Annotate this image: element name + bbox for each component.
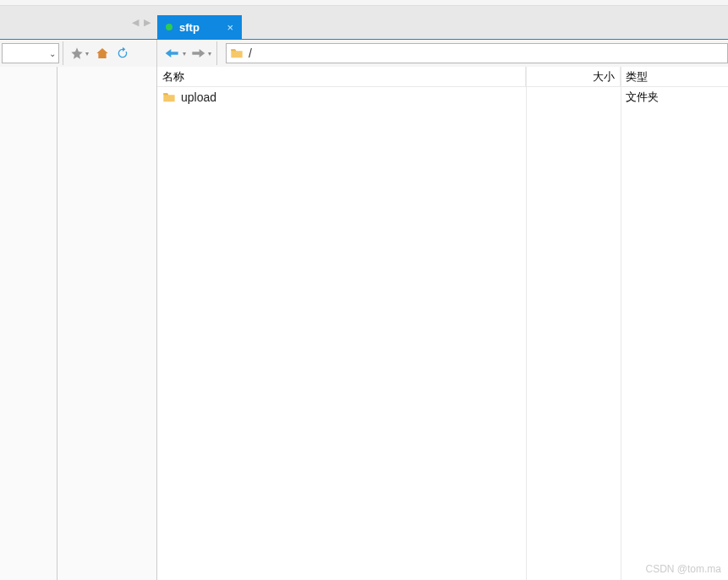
forward-button[interactable]: ▾ xyxy=(188,47,213,60)
content-area: 名称 大小 类型 upload 文件夹 CSDN @tom.ma xyxy=(0,67,728,580)
mid-gutter xyxy=(57,67,157,580)
folder-icon xyxy=(162,91,176,103)
chevron-down-icon: ⌄ xyxy=(49,49,56,58)
column-headers: 名称 大小 类型 xyxy=(157,67,728,87)
refresh-button[interactable] xyxy=(112,47,133,60)
connection-status-icon xyxy=(166,24,172,30)
tab-label: sftp xyxy=(179,21,220,34)
cell-name: upload xyxy=(157,90,526,104)
remote-file-panel: 名称 大小 类型 upload 文件夹 CSDN @tom.ma xyxy=(157,67,728,580)
column-divider[interactable] xyxy=(526,67,527,580)
tab-sftp[interactable]: sftp × xyxy=(157,15,242,39)
toolbar: ⌄ ▾ ▾ ▾ xyxy=(0,39,728,67)
local-toolbar: ⌄ ▾ xyxy=(0,40,157,67)
folder-icon xyxy=(230,47,244,59)
column-header-size[interactable]: 大小 xyxy=(526,67,621,86)
local-panel xyxy=(0,67,57,580)
chevron-down-icon: ▾ xyxy=(85,50,89,57)
file-row[interactable]: upload 文件夹 xyxy=(157,87,728,107)
tab-nav-arrows: ◀ ▶ xyxy=(0,6,157,39)
home-button[interactable] xyxy=(92,47,112,60)
column-header-name[interactable]: 名称 xyxy=(157,67,526,86)
separator xyxy=(63,41,63,65)
column-header-type[interactable]: 类型 xyxy=(621,67,728,86)
path-bar[interactable]: / xyxy=(226,43,728,63)
tab-strip: ◀ ▶ sftp × xyxy=(0,6,728,39)
home-icon xyxy=(96,47,109,60)
drive-dropdown[interactable]: ⌄ xyxy=(2,43,59,63)
column-divider[interactable] xyxy=(621,67,621,580)
back-button[interactable]: ▾ xyxy=(162,47,188,60)
watermark: CSDN @tom.ma xyxy=(645,563,721,575)
tab-prev-icon[interactable]: ◀ xyxy=(132,17,139,28)
remote-toolbar: ▾ ▾ / xyxy=(157,40,728,67)
separator xyxy=(216,41,217,65)
tab-next-icon[interactable]: ▶ xyxy=(144,17,151,28)
file-name: upload xyxy=(181,90,216,104)
top-bar xyxy=(0,0,728,6)
chevron-down-icon: ▾ xyxy=(183,50,186,57)
chevron-down-icon: ▾ xyxy=(208,50,211,57)
star-icon xyxy=(70,47,84,60)
path-text: / xyxy=(249,47,252,60)
close-icon[interactable]: × xyxy=(227,21,233,34)
refresh-icon xyxy=(116,47,129,60)
bookmark-button[interactable]: ▾ xyxy=(67,47,92,60)
cell-type: 文件夹 xyxy=(621,90,728,105)
